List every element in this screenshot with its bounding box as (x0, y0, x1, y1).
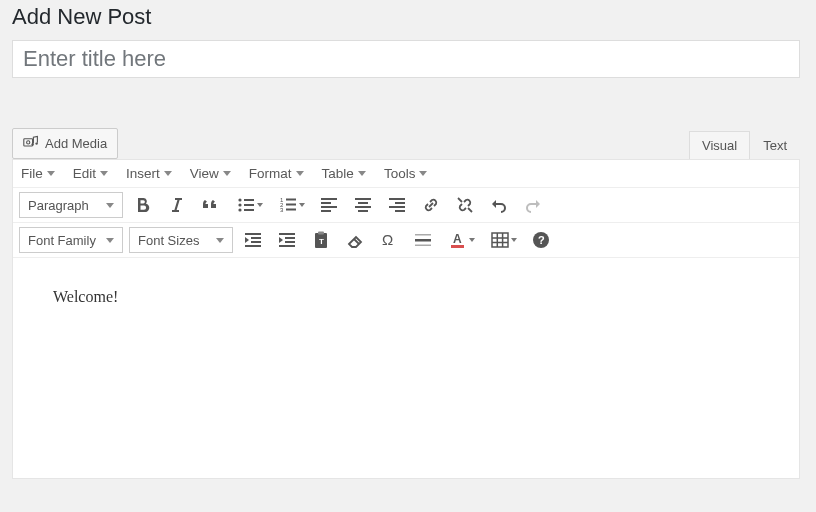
align-left-button[interactable] (315, 192, 343, 218)
menu-insert[interactable]: Insert (126, 166, 172, 181)
chevron-down-icon (257, 203, 263, 207)
italic-button[interactable] (163, 192, 191, 218)
svg-rect-43 (415, 239, 431, 242)
unlink-icon (455, 195, 475, 215)
chevron-down-icon (296, 171, 304, 176)
svg-text:3: 3 (280, 207, 284, 213)
svg-rect-44 (415, 245, 431, 247)
menu-edit[interactable]: Edit (73, 166, 108, 181)
chevron-down-icon (164, 171, 172, 176)
special-char-button[interactable]: Ω (375, 227, 403, 253)
menu-insert-label: Insert (126, 166, 160, 181)
font-family-dropdown[interactable]: Font Family (19, 227, 123, 253)
chevron-down-icon (358, 171, 366, 176)
bullet-list-icon (236, 195, 256, 215)
text-color-button[interactable]: A (443, 227, 479, 253)
svg-text:A: A (453, 232, 462, 246)
chevron-down-icon (106, 203, 114, 208)
font-family-dropdown-label: Font Family (28, 233, 96, 248)
outdent-icon (243, 230, 263, 250)
menu-view[interactable]: View (190, 166, 231, 181)
chevron-down-icon (419, 171, 427, 176)
chevron-down-icon (47, 171, 55, 176)
svg-text:Ω: Ω (382, 231, 393, 248)
spacer (12, 78, 804, 128)
svg-point-4 (238, 198, 241, 201)
font-sizes-dropdown[interactable]: Font Sizes (129, 227, 233, 253)
paragraph-dropdown[interactable]: Paragraph (19, 192, 123, 218)
svg-rect-18 (321, 206, 337, 208)
menu-format[interactable]: Format (249, 166, 304, 181)
svg-rect-31 (251, 237, 261, 239)
content-text: Welcome! (53, 288, 118, 305)
help-icon: ? (531, 230, 551, 250)
svg-rect-17 (321, 202, 331, 204)
font-sizes-dropdown-label: Font Sizes (138, 233, 199, 248)
numbered-list-icon: 123 (278, 195, 298, 215)
chevron-down-icon (100, 171, 108, 176)
chevron-down-icon (216, 238, 224, 243)
clear-formatting-button[interactable] (341, 227, 369, 253)
svg-point-6 (238, 203, 241, 206)
svg-rect-23 (358, 210, 368, 212)
svg-point-2 (31, 143, 33, 145)
page-title: Add New Post (12, 0, 804, 40)
italic-icon (167, 195, 187, 215)
help-button[interactable]: ? (527, 227, 555, 253)
svg-rect-42 (415, 234, 431, 236)
menu-table[interactable]: Table (322, 166, 366, 181)
svg-point-1 (27, 141, 30, 144)
svg-rect-30 (245, 233, 261, 235)
svg-rect-19 (321, 210, 331, 212)
blockquote-button[interactable] (197, 192, 225, 218)
svg-rect-34 (279, 233, 295, 235)
align-center-icon (353, 195, 373, 215)
svg-rect-39 (318, 232, 324, 235)
chevron-down-icon (223, 171, 231, 176)
horizontal-rule-icon (413, 230, 433, 250)
tab-text[interactable]: Text (750, 131, 800, 159)
tab-visual[interactable]: Visual (689, 131, 750, 159)
svg-text:T: T (319, 237, 324, 246)
svg-rect-32 (251, 241, 261, 243)
link-icon (421, 195, 441, 215)
redo-button[interactable] (519, 192, 547, 218)
bold-button[interactable] (129, 192, 157, 218)
svg-rect-47 (492, 233, 508, 247)
svg-rect-21 (358, 202, 368, 204)
undo-icon (489, 195, 509, 215)
clipboard-text-icon: T (311, 230, 331, 250)
link-button[interactable] (417, 192, 445, 218)
chevron-down-icon (469, 238, 475, 242)
undo-button[interactable] (485, 192, 513, 218)
unlink-button[interactable] (451, 192, 479, 218)
svg-rect-15 (286, 209, 296, 211)
menu-file[interactable]: File (21, 166, 55, 181)
menu-tools[interactable]: Tools (384, 166, 428, 181)
outdent-button[interactable] (239, 227, 267, 253)
menu-format-label: Format (249, 166, 292, 181)
svg-point-3 (35, 142, 37, 144)
align-center-button[interactable] (349, 192, 377, 218)
svg-rect-37 (279, 245, 295, 247)
editor-tabs: Visual Text (689, 131, 800, 159)
add-media-button[interactable]: Add Media (12, 128, 118, 159)
editor-menubar: File Edit Insert View Format Table Tools (13, 160, 799, 188)
indent-button[interactable] (273, 227, 301, 253)
numbered-list-button[interactable]: 123 (273, 192, 309, 218)
bullet-list-button[interactable] (231, 192, 267, 218)
align-left-icon (319, 195, 339, 215)
omega-icon: Ω (379, 230, 399, 250)
chevron-down-icon (511, 238, 517, 242)
camera-music-icon (23, 134, 39, 153)
svg-rect-0 (24, 139, 33, 146)
table-button[interactable] (485, 227, 521, 253)
align-right-button[interactable] (383, 192, 411, 218)
svg-rect-20 (355, 198, 371, 200)
svg-rect-7 (244, 204, 254, 206)
paste-text-button[interactable]: T (307, 227, 335, 253)
post-title-input[interactable] (12, 40, 800, 78)
menu-view-label: View (190, 166, 219, 181)
hr-button[interactable] (409, 227, 437, 253)
editor-content[interactable]: Welcome! (13, 258, 799, 478)
